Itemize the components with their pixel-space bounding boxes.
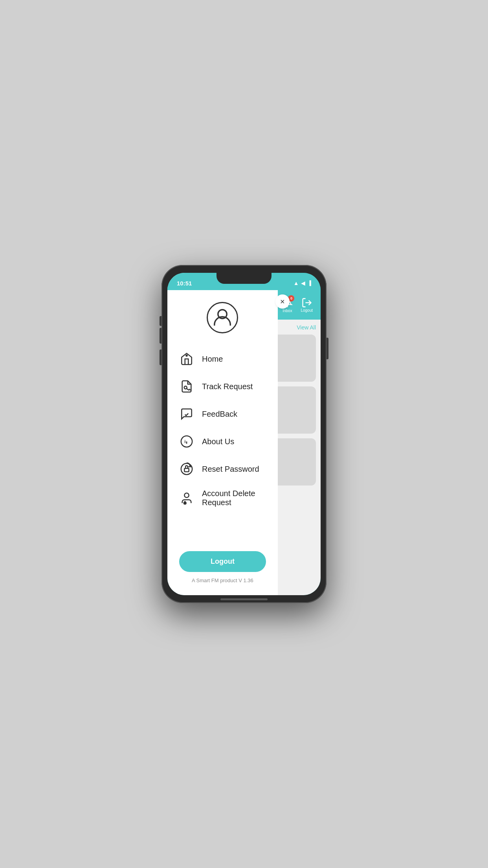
feedback-icon [179,406,194,421]
logout-header-label: Logout [301,308,313,313]
logout-button[interactable]: Logout [179,551,266,572]
svg-rect-17 [184,469,189,472]
close-drawer-button[interactable]: × [275,294,290,309]
about-us-icon: i [179,434,194,449]
menu-item-about-us[interactable]: i About Us [167,428,278,455]
version-text: A Smart FM product V 1.36 [192,577,253,583]
menu-account-delete-label: Account Delete Request [202,489,266,507]
menu-feedback-label: FeedBack [202,410,237,419]
drawer-menu: Home Track Request [167,341,278,543]
drawer-avatar-section [167,290,278,341]
battery-icon: ▐ [308,280,311,286]
svg-line-8 [187,388,189,390]
menu-home-label: Home [202,355,223,364]
menu-item-feedback[interactable]: FeedBack [167,400,278,428]
reset-password-icon [179,462,194,476]
volume-up-button[interactable] [160,328,161,344]
track-request-icon [179,379,194,394]
logout-header-button[interactable]: Logout [301,297,313,313]
account-delete-icon [179,491,194,506]
silent-button[interactable] [160,316,161,326]
svg-point-6 [185,355,188,357]
menu-item-reset-password[interactable]: Reset Password [167,455,278,483]
user-avatar-icon [212,307,233,328]
svg-point-18 [184,493,189,497]
signal-icon: ◀ [301,280,305,286]
notch [216,273,272,284]
close-icon: × [280,297,285,306]
power-button[interactable] [327,338,328,359]
avatar [207,302,238,333]
svg-text:i: i [184,439,185,444]
menu-item-track-request[interactable]: Track Request [167,373,278,400]
status-time: 10:51 [177,277,192,287]
wifi-icon: ▲ [294,280,299,286]
menu-item-account-delete[interactable]: Account Delete Request [167,483,278,513]
menu-reset-password-label: Reset Password [202,465,259,474]
status-icons: ▲ ◀ ▐ [294,277,311,286]
navigation-drawer: × [167,273,278,595]
menu-about-us-label: About Us [202,437,234,446]
home-indicator [220,598,268,600]
inbox-label: Inbox [283,309,292,313]
drawer-footer: Logout A Smart FM product V 1.36 [167,543,278,595]
volume-down-button[interactable] [160,349,161,365]
phone-frame: 10:51 ▲ ◀ ▐ 0 Inbox [161,265,327,603]
menu-track-request-label: Track Request [202,382,253,391]
phone-screen: 10:51 ▲ ◀ ▐ 0 Inbox [167,273,321,595]
menu-item-home[interactable]: Home [167,345,278,373]
home-icon [179,351,194,366]
